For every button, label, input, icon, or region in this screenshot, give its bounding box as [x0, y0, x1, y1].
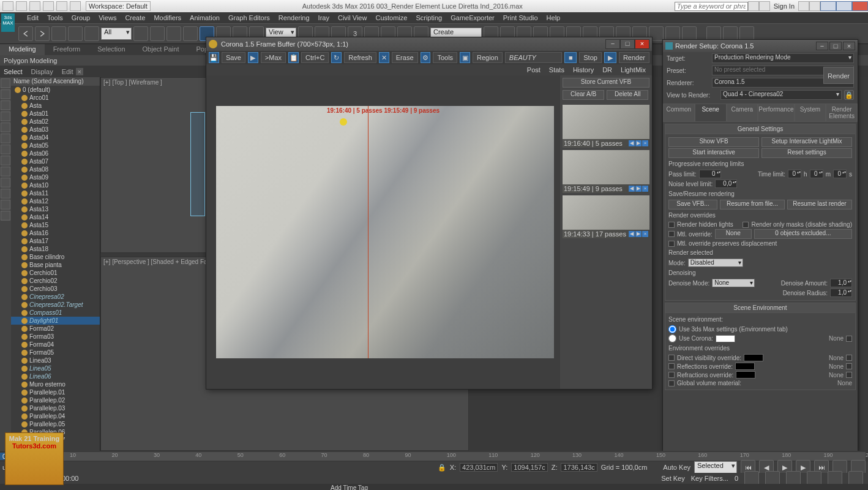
- lt-icon-10[interactable]: [1, 178, 10, 187]
- thumb-b-icon[interactable]: ▶: [635, 231, 642, 237]
- z-field[interactable]: 1736,143c: [561, 463, 597, 472]
- menu-rendering[interactable]: Rendering: [279, 14, 310, 21]
- vfb-stop-button[interactable]: Stop: [579, 52, 602, 63]
- tree-item[interactable]: Linea03: [11, 356, 100, 364]
- visibility-icon[interactable]: [21, 119, 28, 125]
- vfb-erase-icon[interactable]: ✕: [379, 52, 389, 63]
- render-button[interactable]: Render: [823, 67, 854, 84]
- tree-item[interactable]: Cerchio01: [11, 269, 100, 277]
- vfb-stop-icon[interactable]: ■: [564, 52, 577, 63]
- vfb-render-button[interactable]: Render: [619, 52, 649, 63]
- time-s-spinner[interactable]: 0: [833, 170, 847, 178]
- refractions-checkbox[interactable]: [668, 372, 675, 378]
- tree-item[interactable]: Parallelep.03: [11, 404, 100, 412]
- visibility-icon[interactable]: [21, 167, 28, 173]
- menu-edit[interactable]: Edit: [27, 14, 39, 21]
- visibility-icon[interactable]: [21, 230, 28, 236]
- menu-scripting[interactable]: Scripting: [416, 14, 442, 21]
- refractions-swatch[interactable]: [736, 371, 755, 379]
- vfb-compare-divider[interactable]: [368, 106, 369, 358]
- exchange-icon[interactable]: [798, 1, 809, 11]
- tree-item[interactable]: Forma02: [11, 325, 100, 333]
- tree-item[interactable]: Asta09: [11, 173, 100, 181]
- workspace-dropdown[interactable]: Workspace: Default: [86, 1, 151, 11]
- x-field[interactable]: 423,031cm: [460, 463, 498, 472]
- lt-icon-7[interactable]: [1, 145, 10, 154]
- tab-select[interactable]: Select: [4, 68, 23, 75]
- vfb-channel-dropdown[interactable]: BEAUTY: [505, 52, 562, 63]
- star-icon[interactable]: [759, 1, 770, 11]
- visibility-icon[interactable]: [21, 302, 28, 308]
- current-frame-field[interactable]: 0: [735, 475, 738, 482]
- tree-item[interactable]: Parallelep.02: [11, 396, 100, 404]
- visibility-icon[interactable]: [21, 310, 28, 316]
- vfb-refresh-icon[interactable]: ↻: [331, 52, 342, 63]
- menu-modifiers[interactable]: Modifiers: [154, 14, 181, 21]
- add-time-tag[interactable]: Add Time Tag: [0, 484, 368, 490]
- render-selected-mode-dropdown[interactable]: Disabled: [688, 258, 743, 267]
- visibility-icon[interactable]: [21, 278, 28, 284]
- tree-item[interactable]: Parallelep.01: [11, 388, 100, 396]
- tree-item[interactable]: Arco01: [11, 94, 100, 102]
- rsetup-minimize-button[interactable]: −: [816, 42, 828, 50]
- visibility-icon[interactable]: [21, 405, 28, 412]
- tree-item[interactable]: Asta13: [11, 205, 100, 213]
- app-logo-icon[interactable]: 3dsMAX: [1, 13, 15, 32]
- menu-help[interactable]: Help: [547, 14, 561, 21]
- tree-item[interactable]: Parallelep.04: [11, 412, 100, 420]
- visibility-icon[interactable]: [21, 222, 28, 228]
- menu-printstudio[interactable]: Print Studio: [503, 14, 538, 21]
- mtl-override-checkbox[interactable]: [668, 231, 675, 237]
- tree-item[interactable]: Forma04: [11, 341, 100, 349]
- visibility-icon[interactable]: [21, 246, 28, 252]
- window-crossing-icon[interactable]: [183, 26, 198, 41]
- vfb-save-button[interactable]: Save: [222, 52, 245, 63]
- tree-item[interactable]: Cinepresa02: [11, 293, 100, 301]
- lt-icon-5[interactable]: [1, 123, 10, 132]
- thumb-b-icon[interactable]: ▶: [635, 186, 642, 192]
- rtab-performance[interactable]: Performance: [758, 104, 794, 122]
- vfb-tools-button[interactable]: Tools: [433, 52, 457, 63]
- visibility-icon[interactable]: [21, 143, 28, 149]
- tree-item[interactable]: Cinepresa02.Target: [11, 301, 100, 309]
- vfb-tab-lightmix[interactable]: LightMix: [617, 66, 649, 74]
- tree-item[interactable]: Asta01: [11, 110, 100, 118]
- explorer-tree[interactable]: 0 (default) Arco01AstaAsta01Asta02Asta03…: [11, 86, 100, 451]
- visibility-icon[interactable]: [21, 198, 28, 205]
- tree-item[interactable]: Cerchio03: [11, 285, 100, 293]
- lt-icon-2[interactable]: [1, 89, 10, 99]
- menu-civilview[interactable]: Civil View: [338, 14, 367, 21]
- select-rect-icon[interactable]: [166, 26, 181, 41]
- lt-icon-12[interactable]: [1, 200, 10, 209]
- resume-file-button[interactable]: Resume from file...: [720, 200, 785, 209]
- tree-item[interactable]: Asta17: [11, 237, 100, 245]
- lock-view-icon[interactable]: 🔒: [844, 90, 854, 100]
- rtab-system[interactable]: System: [795, 104, 826, 122]
- ribbon-tab-freeform[interactable]: Freeform: [45, 44, 89, 55]
- visibility-icon[interactable]: [21, 254, 28, 260]
- keyfilters-button[interactable]: Key Filters...: [691, 475, 728, 482]
- vfb-tomax-button[interactable]: >Max: [261, 52, 286, 63]
- close-button[interactable]: [852, 1, 868, 11]
- reflections-checkbox[interactable]: [668, 363, 675, 369]
- savevfb-button[interactable]: Save VFB...: [668, 200, 717, 209]
- corona-env-map-checkbox[interactable]: [846, 336, 852, 342]
- maximize-button[interactable]: [836, 1, 852, 11]
- tree-item[interactable]: Linea06: [11, 372, 100, 380]
- menu-tools[interactable]: Tools: [47, 14, 63, 21]
- tree-item[interactable]: Compass01: [11, 309, 100, 317]
- tree-item[interactable]: Asta18: [11, 245, 100, 253]
- tree-item[interactable]: Asta05: [11, 141, 100, 149]
- vfb-ctrlc-button[interactable]: Ctrl+C: [301, 52, 329, 63]
- rtab-camera[interactable]: Camera: [727, 104, 758, 122]
- tree-item[interactable]: Muro esterno: [11, 380, 100, 388]
- lt-icon-1[interactable]: [1, 78, 10, 88]
- tree-item[interactable]: Parallelep.05: [11, 420, 100, 428]
- qa-open-icon[interactable]: [16, 1, 27, 11]
- select-object-icon[interactable]: [133, 26, 148, 41]
- refractions-map-checkbox[interactable]: [846, 372, 852, 378]
- tree-item[interactable]: Forma05: [11, 349, 100, 356]
- lt-icon-4[interactable]: [1, 111, 10, 121]
- mtl-override-slot[interactable]: None: [715, 229, 752, 239]
- tree-item[interactable]: Base pianta: [11, 261, 100, 269]
